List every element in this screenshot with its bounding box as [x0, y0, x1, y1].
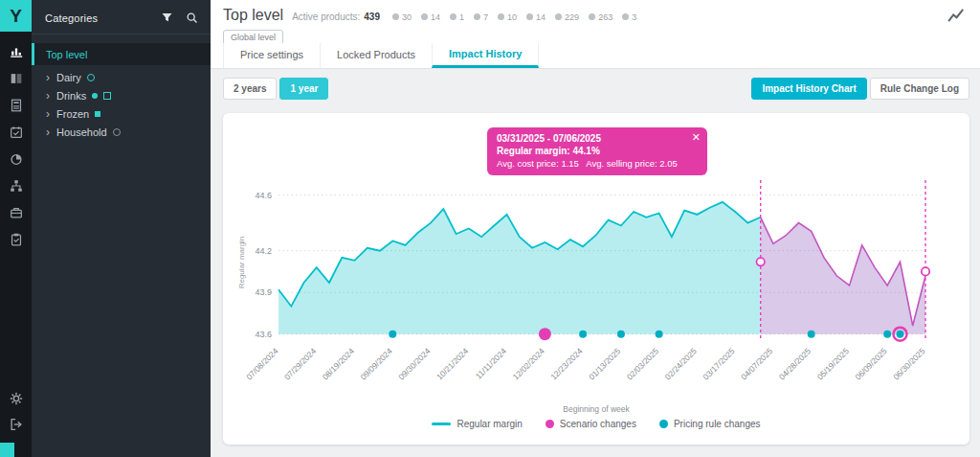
svg-text:12/02/2024: 12/02/2024	[511, 346, 546, 381]
chevron-right-icon: ›	[46, 108, 50, 120]
bottom-accent	[0, 443, 14, 457]
topbar: Top level Active products: 439 301417101…	[211, 0, 980, 69]
svg-text:09/30/2024: 09/30/2024	[396, 346, 432, 381]
svg-text:43.6: 43.6	[255, 330, 272, 339]
range-2-years-button[interactable]: 2 years	[223, 78, 277, 100]
chart-legend: Regular marginScenario changesPricing ru…	[223, 419, 969, 429]
title-row: Top level Active products: 439 301417101…	[223, 7, 938, 24]
status-dot-icon	[589, 13, 595, 20]
legend-item-scenario-changes[interactable]: Scenario changes	[546, 419, 636, 429]
svg-text:07/08/2024: 07/08/2024	[244, 346, 279, 381]
teal-square-marker	[95, 111, 100, 117]
svg-text:05/19/2025: 05/19/2025	[815, 346, 851, 381]
svg-text:02/03/2025: 02/03/2025	[625, 346, 660, 381]
svg-text:44.6: 44.6	[255, 191, 272, 200]
rule-change-log-button[interactable]: Rule Change Log	[870, 78, 969, 100]
svg-text:10/21/2024: 10/21/2024	[434, 346, 470, 381]
legend-item-regular-margin[interactable]: Regular margin	[432, 419, 522, 429]
category-label: Dairy	[56, 72, 81, 83]
x-axis-label: Beginning of week	[223, 404, 969, 414]
svg-text:02/24/2025: 02/24/2025	[663, 346, 699, 381]
filter-icon[interactable]	[160, 11, 174, 25]
svg-text:11/11/2024: 11/11/2024	[474, 346, 508, 380]
status-count: 3	[622, 12, 636, 22]
gray-circle-outline-marker	[113, 128, 121, 136]
status-dot-icon	[474, 13, 480, 20]
status-count: 263	[589, 12, 612, 22]
tooltip-date-range: 03/31/2025 - 07/06/2025	[497, 133, 698, 144]
search-icon[interactable]	[185, 11, 199, 25]
page-title: Top level	[223, 7, 283, 24]
legend-line-swatch	[432, 423, 451, 425]
range-toggle: 2 years 1 year	[223, 78, 328, 100]
tooltip-detail: Avg. cost price: 1.15 Avg. selling price…	[497, 158, 698, 169]
gear-icon[interactable]	[9, 391, 24, 406]
status-count: 14	[526, 12, 546, 22]
sign-out-icon[interactable]	[9, 417, 24, 432]
teal-dot-marker	[92, 93, 98, 99]
teal-circle-outline-marker	[87, 74, 95, 81]
main-area: Top level Active products: 439 301417101…	[211, 0, 980, 457]
status-count: 7	[474, 12, 488, 22]
category-item-dairy[interactable]: ›Dairy	[32, 68, 211, 86]
svg-text:Regular margin: Regular margin	[237, 237, 246, 289]
status-count: 30	[392, 12, 412, 22]
status-count: 229	[555, 12, 579, 22]
category-label: Household	[56, 126, 107, 138]
calculator-icon[interactable]	[9, 98, 24, 113]
active-products-value: 439	[364, 11, 380, 22]
svg-text:03/17/2025: 03/17/2025	[701, 346, 736, 381]
status-count: 14	[421, 12, 440, 22]
categories-header: Categories	[32, 0, 211, 34]
tooltip-close-icon[interactable]: ✕	[692, 132, 701, 143]
chevron-right-icon: ›	[46, 72, 50, 83]
svg-text:12/23/2024: 12/23/2024	[548, 346, 584, 381]
clipboard-icon[interactable]	[9, 232, 24, 247]
svg-text:07/29/2024: 07/29/2024	[282, 346, 318, 381]
calendar-icon[interactable]	[9, 125, 24, 140]
legend-item-pricing-rule-changes[interactable]: Pricing rule changes	[659, 419, 761, 429]
category-item-top-level[interactable]: Top level	[32, 43, 211, 65]
chart-tooltip: 03/31/2025 - 07/06/2025 Regular margin: …	[487, 127, 707, 175]
categories-title: Categories	[45, 12, 98, 24]
impact-chart-svg[interactable]: 44.644.243.943.6Regular margin07/08/2024…	[234, 172, 958, 400]
pricing-app: Y Categories Top level›Dairy›Drinks›Froz…	[0, 0, 980, 457]
status-dot-icon	[421, 13, 428, 20]
svg-text:43.9: 43.9	[255, 287, 272, 297]
svg-text:06/30/2025: 06/30/2025	[891, 346, 926, 381]
rail-icons	[0, 44, 32, 247]
chevron-right-icon: ›	[46, 90, 50, 102]
category-item-household[interactable]: ›Household	[32, 123, 211, 141]
nav-rail: Y	[0, 0, 32, 457]
tab-price-settings[interactable]: Price settings	[223, 43, 320, 68]
app-logo[interactable]: Y	[0, 0, 32, 32]
legend-label: Scenario changes	[560, 419, 636, 429]
analytics-icon[interactable]	[9, 44, 24, 59]
category-label: Drinks	[56, 90, 86, 102]
legend-dot-swatch	[659, 420, 668, 428]
impact-history-chart-button[interactable]: Impact History Chart	[751, 78, 866, 100]
chevron-right-icon: ›	[46, 126, 50, 138]
tab-bar: Price settings Locked Products Impact Hi…	[223, 43, 539, 68]
categories-panel: Categories Top level›Dairy›Drinks›Frozen…	[32, 0, 211, 457]
svg-text:44.2: 44.2	[255, 246, 272, 256]
impact-chart-icon[interactable]	[946, 6, 967, 27]
range-1-year-button[interactable]: 1 year	[279, 78, 328, 100]
briefcase-icon[interactable]	[9, 205, 24, 220]
categories-actions	[160, 11, 199, 25]
pie-chart-icon[interactable]	[9, 151, 24, 167]
category-item-drinks[interactable]: ›Drinks	[32, 86, 211, 104]
active-products-label: Active products:	[292, 11, 360, 22]
svg-text:04/28/2025: 04/28/2025	[777, 346, 813, 381]
view-toggle: Impact History Chart Rule Change Log	[751, 78, 969, 100]
status-dot-icon	[555, 13, 562, 20]
categories-list: Top level›Dairy›Drinks›Frozen›Household	[32, 34, 211, 141]
tab-impact-history[interactable]: Impact History	[432, 43, 539, 68]
svg-text:06/09/2025: 06/09/2025	[853, 346, 888, 381]
columns-icon[interactable]	[9, 71, 24, 86]
impact-history-card: 03/31/2025 - 07/06/2025 Regular margin: …	[223, 113, 969, 445]
category-item-frozen[interactable]: ›Frozen	[32, 104, 211, 123]
org-icon[interactable]	[9, 178, 24, 194]
tab-locked-products[interactable]: Locked Products	[320, 43, 432, 68]
status-dot-icon	[622, 13, 629, 20]
